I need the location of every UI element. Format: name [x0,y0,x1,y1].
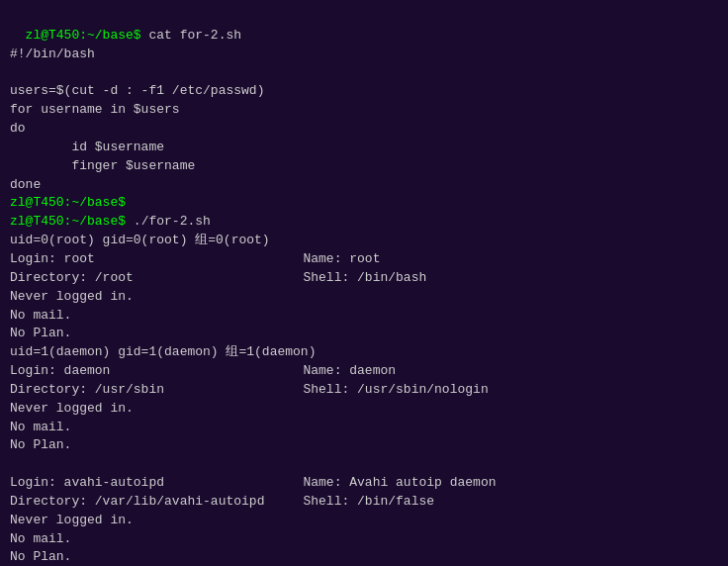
output-line: uid=1(daemon) gid=1(daemon) 组=1(daemon) [10,344,316,359]
output-line: users=$(cut -d : -f1 /etc/passwd) [10,83,264,98]
output-line: No mail. [10,531,71,546]
cmd-2: ./for-2.sh [134,214,211,229]
output-line: uid=0(root) gid=0(root) 组=0(root) [10,233,270,247]
prompt-1: zl@T450:~/base$ [26,28,149,43]
output-line: Directory: /var/lib/avahi-autoipd Shell:… [10,494,434,509]
output-line: Login: daemon Name: daemon [10,363,396,378]
output-line: Never logged in. [10,289,134,304]
output-line: id $username [10,140,164,154]
output-line: do [10,121,26,136]
output-line: No Plan. [10,549,71,564]
output-line: No mail. [10,308,71,323]
output-line: Never logged in. [10,513,134,527]
cmd-1: cat for-2.sh [148,28,241,43]
output-line: Directory: /root Shell: /bin/bash [10,270,426,285]
output-line: finger $username [10,158,195,173]
output-line: Never logged in. [10,401,134,416]
prompt-3: zl@T450:~/base$ [10,214,134,229]
output-line: Directory: /usr/sbin Shell: /usr/sbin/no… [10,382,489,397]
output-line: Login: avahi-autoipd Name: Avahi autoip … [10,475,496,490]
output-line: #!/bin/bash [10,47,95,61]
output-line: No Plan. [10,437,71,452]
output-line: Login: root Name: root [10,251,380,266]
output-line: done [10,177,41,192]
output-line: No Plan. [10,326,71,340]
prompt-2: zl@T450:~/base$ [10,195,134,210]
terminal: zl@T450:~/base$ cat for-2.sh #!/bin/bash… [10,8,718,566]
output-line: No mail. [10,420,71,434]
output-line: for username in $users [10,102,180,117]
